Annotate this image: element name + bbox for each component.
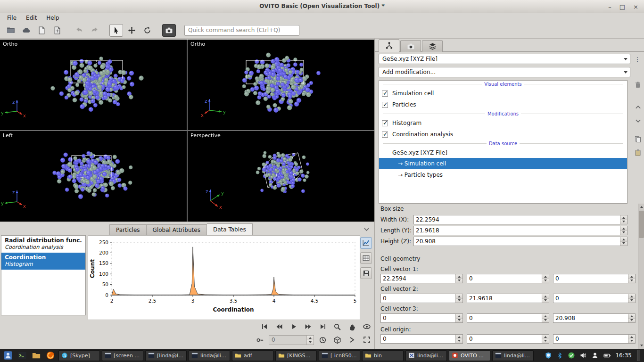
pipeline-item-histogram[interactable]: Histogram — [379, 117, 627, 129]
cell-vector-1-x-field[interactable] — [380, 274, 463, 283]
scrollbar-thumb[interactable] — [639, 211, 644, 238]
orbit-camera-button[interactable] — [361, 321, 372, 332]
pipeline-menu-button[interactable]: ⋮ — [634, 54, 641, 64]
show-desktop-button[interactable] — [637, 350, 640, 361]
chart-view-button[interactable] — [360, 237, 372, 249]
pipeline-item-simulation-cell[interactable]: Simulation cell — [379, 88, 627, 99]
menu-help[interactable]: Help — [42, 14, 63, 22]
viewport-label[interactable]: Left — [3, 132, 13, 139]
battery-icon[interactable] — [603, 352, 611, 360]
scroll-down-arrow[interactable] — [638, 343, 644, 349]
cell-vector-1-z-input[interactable] — [553, 274, 628, 283]
spinner-buttons[interactable] — [620, 237, 627, 246]
goto-end-button[interactable] — [317, 321, 329, 332]
cell-origin-z-input[interactable] — [553, 335, 628, 343]
cell-vector-3-z-input[interactable] — [553, 314, 628, 322]
length-y-input[interactable] — [414, 226, 620, 235]
zoom-scene-extents-button[interactable] — [346, 334, 358, 346]
viewport-ortho-top-left-canvas[interactable] — [0, 40, 187, 130]
collapse-inspector-button[interactable] — [361, 224, 372, 234]
viewport-ortho-top-right[interactable]: Ortho — [188, 40, 374, 130]
checkbox-checked-icon[interactable] — [382, 90, 388, 97]
viewport-label[interactable]: Perspective — [190, 132, 221, 139]
checkbox-checked-icon[interactable] — [382, 102, 388, 108]
cell-origin-x-field[interactable] — [380, 334, 463, 344]
cell-vector-2-z-input[interactable] — [553, 294, 628, 303]
cell-origin-y-input[interactable] — [467, 335, 542, 343]
user-session-icon[interactable] — [591, 352, 599, 359]
taskbar-window-skype[interactable]: [Skype] — [58, 350, 100, 361]
bluetooth-icon[interactable] — [556, 352, 563, 359]
properties-scrollbar[interactable] — [638, 204, 644, 349]
spinner-buttons[interactable] — [620, 215, 627, 224]
tab-global-attributes[interactable]: Global Attributes — [147, 224, 207, 235]
browser-launcher-icon[interactable] — [44, 350, 57, 361]
cell-vector-2-y-input[interactable] — [467, 294, 542, 303]
render-camera-button[interactable] — [162, 24, 176, 37]
close-button[interactable]: × — [633, 3, 638, 10]
next-frame-button[interactable] — [302, 321, 314, 332]
height-z-input[interactable] — [414, 237, 620, 246]
viewport-label[interactable]: Ortho — [3, 41, 17, 47]
viewport-label[interactable]: Ortho — [190, 41, 205, 47]
pipeline-subitem-particle-types[interactable]: → Particle types — [379, 169, 627, 181]
spinner-buttons[interactable] — [620, 226, 627, 235]
taskbar-window-terminal-1[interactable]: [linda@l… — [145, 350, 187, 361]
length-y-field[interactable] — [413, 226, 627, 235]
cell-vector-3-y-field[interactable] — [467, 313, 549, 323]
clipboard-button[interactable] — [633, 148, 643, 157]
redo-button[interactable] — [88, 24, 101, 37]
taskbar-window-screen[interactable]: [screen … — [102, 350, 143, 361]
cell-vector-1-y-field[interactable] — [467, 274, 549, 283]
cell-vector-2-z-field[interactable] — [553, 294, 636, 303]
taskbar-window-terminal-2[interactable]: linda@li… — [189, 350, 230, 361]
cell-vector-2-y-field[interactable] — [467, 294, 549, 303]
move-modifier-down-button[interactable] — [633, 116, 643, 125]
table-view-button[interactable] — [360, 252, 372, 264]
terminal-launcher-icon[interactable] — [16, 350, 28, 361]
taskbar-window-icn850[interactable]: [ icn850… — [319, 350, 360, 361]
checkbox-checked-icon[interactable] — [382, 132, 388, 138]
cell-vector-1-z-field[interactable] — [553, 274, 636, 283]
pipeline-item-coordination-analysis[interactable]: Coordination analysis — [379, 129, 627, 140]
pipeline-subitem-simulation-cell[interactable]: → Simulation cell — [379, 158, 627, 169]
cell-vector-3-z-field[interactable] — [553, 313, 636, 323]
security-shield-icon[interactable] — [545, 352, 552, 359]
cell-origin-y-field[interactable] — [467, 334, 549, 344]
add-modification-dropdown[interactable]: Add modification... — [379, 67, 630, 77]
open-file-button[interactable] — [4, 24, 17, 37]
taskbar-window-bin[interactable]: bin — [362, 350, 404, 361]
taskbar-window-ovito[interactable]: OVITO … — [449, 350, 490, 361]
spinner-buttons[interactable] — [306, 336, 314, 345]
taskbar-window-terminal-3[interactable]: linda@li… — [492, 350, 534, 361]
play-button[interactable] — [288, 321, 299, 332]
move-modifier-up-button[interactable] — [633, 102, 643, 112]
cell-vector-1-y-input[interactable] — [467, 274, 542, 283]
cell-vector-3-y-input[interactable] — [467, 314, 542, 322]
viewport-perspective-canvas[interactable] — [188, 131, 374, 222]
fullscreen-button[interactable] — [361, 334, 372, 346]
cell-vector-3-x-field[interactable] — [380, 313, 463, 323]
zoom-viewport-button[interactable] — [331, 321, 343, 332]
move-mode-button[interactable] — [125, 24, 139, 37]
viewport-left-canvas[interactable] — [0, 131, 187, 222]
previous-frame-button[interactable] — [273, 321, 285, 332]
animation-keys-button[interactable] — [254, 334, 266, 346]
checkbox-checked-icon[interactable] — [382, 120, 388, 126]
command-search-input[interactable] — [184, 25, 299, 36]
pipeline-item-particles[interactable]: Particles — [379, 99, 627, 110]
tab-particles[interactable]: Particles — [109, 224, 147, 235]
applications-menu-icon[interactable] — [2, 350, 14, 361]
volume-icon[interactable] — [579, 352, 587, 359]
cell-origin-z-field[interactable] — [553, 334, 636, 344]
width-x-input[interactable] — [414, 215, 620, 224]
menu-file[interactable]: File — [3, 14, 21, 22]
cell-vector-2-x-field[interactable] — [380, 294, 463, 303]
taskbar-window-xterm[interactable]: linda@li… — [405, 350, 447, 361]
height-z-field[interactable] — [413, 237, 627, 246]
pipeline-item-data-source-file[interactable]: GeSe.xyz [XYZ File] — [379, 147, 627, 158]
updates-ok-icon[interactable] — [568, 352, 575, 359]
duplicate-modifier-button[interactable] — [633, 134, 643, 144]
import-remote-file-button[interactable] — [19, 24, 33, 37]
menu-edit[interactable]: Edit — [22, 14, 41, 22]
